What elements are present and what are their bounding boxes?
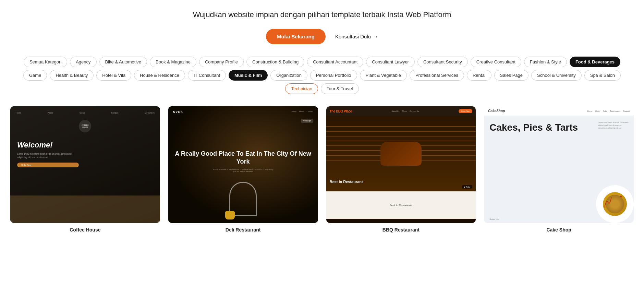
- coffee-nav: Home About Menu Contact Menu Item: [16, 112, 155, 114]
- coffee-house-label: Coffee House: [70, 227, 100, 233]
- template-thumb-cake[interactable]: CakeShop Home About Cake Testimonials Co…: [484, 106, 634, 223]
- cake-nav: Home About Cake Testimonials Contact: [587, 110, 630, 112]
- cat-game[interactable]: Game: [23, 70, 47, 81]
- deli-top-bar: NYUS About Menu Contact Meraulight: [168, 110, 318, 114]
- cat-construction[interactable]: Construction & Building: [246, 57, 304, 67]
- template-thumb-bbq[interactable]: The BBQ Place About Us Menu Contact Us O…: [326, 106, 476, 223]
- cat-food[interactable]: Food & Beverages: [570, 57, 620, 67]
- templates-grid: Home About Menu Contact Menu Item COFFEE…: [7, 106, 637, 233]
- cat-tour[interactable]: Tour & Travel: [321, 83, 359, 94]
- cat-sales[interactable]: Sales Page: [494, 70, 529, 81]
- cta-secondary-button[interactable]: Konsultasi Dulu →: [335, 34, 378, 39]
- deli-arch-decoration: [229, 182, 257, 216]
- cat-music[interactable]: Music & Film: [229, 70, 268, 81]
- cake-brand: CakeShop: [488, 109, 505, 113]
- deli-subtext: Massa praesent ut suspendisse ut volutpa…: [213, 168, 274, 173]
- deli-label: Meraulight: [301, 119, 313, 123]
- template-card-coffee: Home About Menu Contact Menu Item COFFEE…: [10, 106, 160, 233]
- cat-semua[interactable]: Semua Kategori: [24, 57, 67, 67]
- cake-top-bar: CakeShop Home About Cake Testimonials Co…: [484, 106, 634, 116]
- coffee-sub: Come enjoy the lorem ipsum dolor sit ame…: [17, 152, 79, 159]
- deli-brand: NYUS: [173, 110, 183, 114]
- cake-shop-label: Cake Shop: [546, 227, 571, 233]
- cat-it[interactable]: IT Consultant: [188, 70, 226, 81]
- bbq-title: Best In Restaurant: [330, 178, 363, 185]
- bbq-nav: About Us Menu Contact Us: [392, 110, 419, 112]
- hero-title: Wujudkan website impian dengan pilihan t…: [7, 10, 637, 19]
- deli-restaurant-label: Deli Restaurant: [226, 227, 261, 233]
- template-card-deli: NYUS About Menu Contact Meraulight A Rea…: [168, 106, 318, 233]
- cat-portfolio[interactable]: Personal Portfolio: [310, 70, 357, 81]
- coffee-order-btn[interactable]: Order Now: [17, 163, 79, 167]
- cat-school[interactable]: School & University: [531, 70, 582, 81]
- bbq-top-bar: The BBQ Place About Us Menu Contact Us O…: [326, 106, 476, 116]
- bbq-order-btn[interactable]: Order Now: [459, 109, 472, 113]
- cake-sidebar-text: Lorem ipsum dolor sit amet, consectetur …: [598, 121, 629, 129]
- cat-security[interactable]: Consultant Security: [417, 57, 468, 67]
- cake-plate-circle: [596, 185, 634, 223]
- cat-book[interactable]: Book & Magazine: [150, 57, 196, 67]
- template-card-bbq: The BBQ Place About Us Menu Contact Us O…: [326, 106, 476, 233]
- cta-secondary-label: Konsultasi Dulu: [335, 34, 371, 39]
- bbq-meat-decoration: [380, 142, 422, 166]
- bbq-video-badge: ▶ Today: [462, 185, 473, 189]
- cta-primary-button[interactable]: Mulai Sekarang: [266, 29, 326, 44]
- cat-professional[interactable]: Professional Services: [410, 70, 464, 81]
- cat-lawyer[interactable]: Consultant Lawyer: [366, 57, 415, 67]
- cat-house[interactable]: House & Residence: [134, 70, 185, 81]
- cat-creative[interactable]: Creative Consultant: [471, 57, 521, 67]
- coffee-logo: COFFEEHOUSE: [79, 120, 91, 132]
- cake-signature-decoration: [603, 195, 613, 209]
- cat-organization[interactable]: Organization: [270, 70, 307, 81]
- cat-agency[interactable]: Agency: [70, 57, 96, 67]
- cat-fashion[interactable]: Fashion & Style: [524, 57, 567, 67]
- cat-spa[interactable]: Spa & Salon: [584, 70, 621, 81]
- cat-bike[interactable]: Bike & Automotive: [99, 57, 147, 67]
- cat-health[interactable]: Health & Beauty: [50, 70, 94, 81]
- coffee-welcome: Welcome!: [17, 141, 79, 150]
- cake-author: Susan Lim: [489, 218, 499, 220]
- coffee-bottom-section: [10, 195, 160, 223]
- bbq-bottom-section: Best In Restaurant: [326, 191, 476, 219]
- cat-hotel[interactable]: Hotel & Vila: [96, 70, 131, 81]
- arrow-icon: →: [373, 34, 378, 39]
- category-filter: Semua Kategori Agency Bike & Automotive …: [7, 57, 637, 94]
- bbq-main-image: Best In Restaurant ▶ Today: [326, 116, 476, 191]
- cat-company[interactable]: Company Profile: [199, 57, 244, 67]
- cat-rental[interactable]: Rental: [467, 70, 491, 81]
- template-card-cake: CakeShop Home About Cake Testimonials Co…: [484, 106, 634, 233]
- cat-technician[interactable]: Technician: [285, 83, 318, 94]
- cat-plant[interactable]: Plant & Vegetable: [360, 70, 407, 81]
- bbq-logo: The BBQ Place: [330, 109, 352, 113]
- cta-row: Mulai Sekarang Konsultasi Dulu →: [7, 29, 637, 44]
- bbq-restaurant-label: BBQ Restaurant: [382, 227, 420, 233]
- bbq-bottom-text: Best In Restaurant: [390, 204, 412, 207]
- template-thumb-deli[interactable]: NYUS About Menu Contact Meraulight A Rea…: [168, 106, 318, 223]
- deli-cup-decoration: [225, 211, 235, 219]
- cake-berries: [619, 193, 624, 200]
- template-thumb-coffee[interactable]: Home About Menu Contact Menu Item COFFEE…: [10, 106, 160, 223]
- page-wrapper: Wujudkan website impian dengan pilihan t…: [0, 0, 644, 246]
- cake-heading: Cakes, Pies & Tarts: [489, 122, 578, 133]
- deli-heading: A Really Good Place To Eat In The City O…: [168, 150, 318, 166]
- cat-accountant[interactable]: Consultant Accountant: [307, 57, 363, 67]
